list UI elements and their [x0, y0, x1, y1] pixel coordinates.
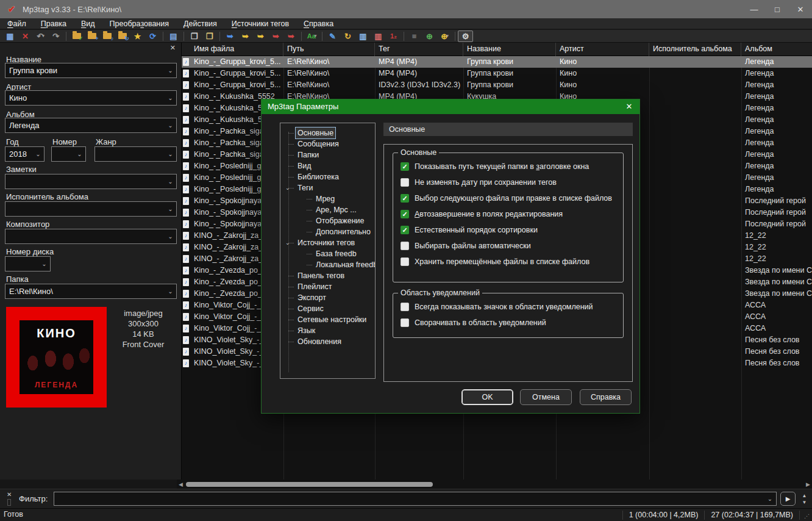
- help-button[interactable]: Справка: [580, 389, 632, 405]
- field-combobox-track[interactable]: ⌄: [51, 146, 86, 162]
- tree-item-основные[interactable]: Основные: [280, 128, 375, 138]
- filter-spinner[interactable]: ▲▼: [800, 491, 809, 507]
- checkbox-checked[interactable]: ✓: [401, 226, 409, 234]
- dialog-title-bar[interactable]: Mp3tag Параметры: [262, 99, 639, 114]
- chevron-down-icon[interactable]: ⌄: [74, 151, 85, 157]
- chevron-down-icon[interactable]: ⌄: [285, 237, 290, 248]
- tree-item-плейлист[interactable]: Плейлист: [280, 281, 375, 292]
- filter-close-icon[interactable]: ✕: [7, 491, 12, 498]
- cancel-button[interactable]: Отмена: [520, 389, 572, 405]
- numbering-wizard-icon[interactable]: 1₂: [386, 31, 401, 42]
- tree-item-источники-тегов[interactable]: ⌄Источники тегов: [280, 237, 375, 248]
- dialog-close-icon[interactable]: ✕: [619, 99, 639, 114]
- tree-item-библиотека[interactable]: Библиотека: [280, 171, 375, 182]
- menu-item-3[interactable]: Преобразования: [102, 20, 176, 28]
- checkbox-unchecked[interactable]: [401, 242, 409, 250]
- field-combobox-album[interactable]: Легенда⌄: [5, 118, 177, 133]
- options-wrench-icon[interactable]: ⚙: [458, 31, 473, 42]
- paste-tag-icon[interactable]: ❐: [202, 31, 217, 42]
- chevron-down-icon[interactable]: ⌄: [165, 233, 176, 240]
- menu-item-6[interactable]: Справка: [296, 20, 341, 28]
- actions-icon[interactable]: ↻: [340, 31, 355, 42]
- web-source-icon[interactable]: ⊕: [422, 31, 437, 42]
- column-header-1[interactable]: Путь: [283, 43, 375, 56]
- convert-tag-filename-icon[interactable]: ➥: [223, 31, 238, 42]
- filter-input[interactable]: ⌄: [54, 492, 777, 506]
- chevron-down-icon[interactable]: ⌄: [165, 288, 176, 295]
- tree-item-ape-mpc-[interactable]: Ape, Mpc ...: [280, 204, 375, 215]
- convert-tag-text-file-icon[interactable]: ➥: [283, 31, 299, 42]
- table-row[interactable]: ♪Kino_-_Gruppa_krovi_5...E:\Rel\Кино\ID3…: [182, 79, 812, 91]
- web-source-alt-icon[interactable]: ⊕▾: [437, 31, 452, 42]
- tree-item-сообщения[interactable]: Сообщения: [280, 138, 375, 149]
- chevron-down-icon[interactable]: ⌄: [32, 151, 44, 157]
- field-combobox-title[interactable]: Группа крови⌄: [5, 63, 177, 78]
- edit-tag-icon[interactable]: ✎: [325, 31, 340, 42]
- resize-grip[interactable]: ⋰: [804, 513, 810, 519]
- album-cover[interactable]: КИНО ЛЕГЕНДА: [6, 307, 107, 408]
- close-button[interactable]: ✕: [789, 0, 812, 18]
- playlist-directory-icon[interactable]: ♪: [99, 31, 115, 42]
- favorites-icon[interactable]: ★: [130, 31, 145, 42]
- menu-item-4[interactable]: Действия: [176, 20, 224, 28]
- tree-item-обновления[interactable]: Обновления: [280, 336, 375, 347]
- remove-tag-icon[interactable]: ✕: [18, 31, 33, 42]
- tree-item-сервис[interactable]: Сервис: [280, 303, 375, 314]
- column-header-4[interactable]: Артист: [556, 43, 649, 56]
- playlist-icon[interactable]: ▥: [371, 31, 386, 42]
- column-header-6[interactable]: Альбом: [741, 43, 812, 56]
- tag-panel-icon[interactable]: ▤: [166, 31, 181, 42]
- tree-item-теги[interactable]: ⌄Теги: [280, 182, 375, 193]
- menu-item-2[interactable]: Вид: [74, 20, 102, 28]
- tree-item-экспорт[interactable]: Экспорт: [280, 292, 375, 303]
- column-header-3[interactable]: Название: [463, 43, 556, 56]
- field-combobox-directory[interactable]: E:\Rel\Кино\⌄: [5, 284, 177, 299]
- table-row[interactable]: ♪Kino_-_Gruppa_krovi_5...E:\Rel\Кино\MP4…: [182, 68, 812, 79]
- scrollbar-thumb[interactable]: [186, 482, 433, 487]
- field-combobox-comment[interactable]: ⌄: [5, 174, 177, 189]
- column-header-5[interactable]: Исполнитель альбома: [649, 43, 741, 56]
- tree-item-дополнительно[interactable]: Дополнительно: [280, 226, 375, 237]
- refresh-directory-icon[interactable]: ↻: [115, 31, 130, 42]
- minimize-button[interactable]: —: [743, 0, 766, 18]
- add-directory-icon[interactable]: +: [84, 31, 99, 42]
- chevron-down-icon[interactable]: ⌄: [165, 178, 176, 185]
- save-tag-icon[interactable]: ▦: [2, 31, 18, 42]
- checkbox-checked[interactable]: ✓: [401, 194, 409, 203]
- tree-item-панель-тегов[interactable]: Панель тегов: [280, 270, 375, 281]
- tree-item-mpeg[interactable]: Mpeg: [280, 193, 375, 204]
- chevron-down-icon[interactable]: ⌄: [165, 95, 176, 101]
- checkbox-unchecked[interactable]: [401, 318, 409, 327]
- checkbox-checked[interactable]: ✓: [401, 162, 409, 171]
- field-combobox-albumartist[interactable]: ⌄: [5, 201, 177, 217]
- tree-item-сетевые-настройки[interactable]: Сетевые настройки: [280, 314, 375, 325]
- checkbox-checked[interactable]: ✓: [401, 210, 409, 218]
- menu-item-5[interactable]: Источники тегов: [224, 20, 296, 28]
- chevron-down-icon[interactable]: ⌄: [165, 206, 176, 212]
- undo-icon[interactable]: ↶▾: [33, 31, 48, 42]
- compare-icon[interactable]: ≡: [407, 31, 422, 42]
- tree-item-папки[interactable]: Папки: [280, 149, 375, 160]
- convert-text-file-tag-icon[interactable]: ➥: [268, 31, 283, 42]
- field-combobox-discnumber[interactable]: ⌄: [5, 256, 51, 271]
- case-conversion-icon[interactable]: Aa▾: [304, 31, 319, 42]
- checkbox-unchecked[interactable]: [401, 178, 409, 187]
- chevron-down-icon[interactable]: ⌄: [38, 260, 50, 267]
- checkbox-unchecked[interactable]: [401, 257, 409, 266]
- field-combobox-artist[interactable]: Кино⌄: [5, 90, 177, 106]
- chevron-down-icon[interactable]: ⌄: [285, 182, 290, 193]
- export-icon[interactable]: ▥: [355, 31, 371, 42]
- convert-filename-tag-icon[interactable]: ➥: [238, 31, 253, 42]
- menu-item-1[interactable]: Правка: [34, 20, 74, 28]
- filter-run-button[interactable]: ▶: [780, 492, 796, 506]
- copy-tag-icon[interactable]: ❐: [187, 31, 202, 42]
- field-combobox-genre[interactable]: ⌄: [94, 146, 177, 162]
- change-directory-icon[interactable]: ✓: [69, 31, 84, 42]
- horizontal-scrollbar[interactable]: ◀ ▶: [177, 480, 812, 489]
- scroll-left-icon[interactable]: ◀: [179, 481, 183, 487]
- chevron-down-icon[interactable]: ⌄: [165, 67, 176, 74]
- chevron-down-icon[interactable]: ⌄: [165, 122, 176, 129]
- chevron-down-icon[interactable]: ⌄: [764, 495, 776, 502]
- table-row[interactable]: ♪Kino_-_Gruppa_krovi_5...E:\Rel\Кино\MP4…: [182, 56, 812, 68]
- tree-item-вид[interactable]: Вид: [280, 160, 375, 171]
